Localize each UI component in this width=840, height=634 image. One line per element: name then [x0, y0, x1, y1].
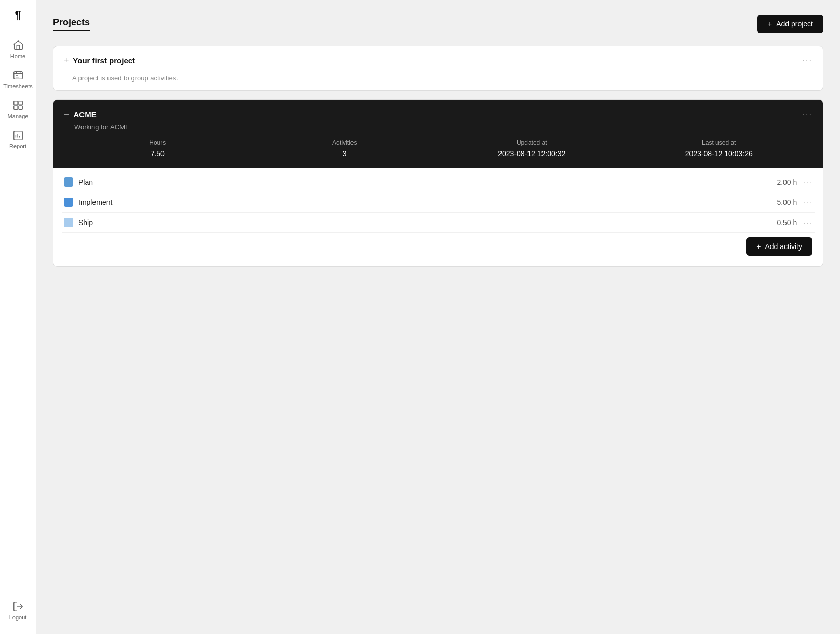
add-activity-plus-icon: + — [756, 242, 761, 251]
acme-stats: Hours 7.50 Activities 3 Updated at 2023-… — [64, 139, 812, 158]
acme-stat-updated: Updated at 2023-08-12 12:00:32 — [438, 139, 626, 158]
main-content: Projects + Add project + Your first proj… — [36, 0, 840, 634]
add-activity-row: + Add activity — [62, 233, 815, 258]
first-project-menu[interactable]: ··· — [803, 56, 812, 65]
acme-activities-value: 3 — [251, 149, 439, 158]
acme-header-left: − ACME — [64, 109, 97, 120]
timesheets-icon — [12, 70, 24, 81]
first-project-header: + Your first project ··· — [53, 46, 823, 74]
activity-right-implement: 5.00 h ··· — [777, 198, 812, 206]
sidebar-item-logout-label: Logout — [9, 614, 27, 621]
acme-hours-value: 7.50 — [64, 149, 251, 158]
acme-stat-activities: Activities 3 — [251, 139, 439, 158]
page-header: Projects + Add project — [53, 15, 823, 33]
activity-color-implement — [64, 198, 73, 207]
page-title: Projects — [53, 17, 90, 31]
activity-right-plan: 2.00 h ··· — [777, 178, 812, 186]
acme-stat-hours: Hours 7.50 — [64, 139, 251, 158]
activity-menu-implement[interactable]: ··· — [803, 198, 812, 206]
sidebar-item-manage[interactable]: Manage — [0, 94, 36, 125]
sidebar-item-home[interactable]: Home — [0, 34, 36, 64]
sidebar-item-report-label: Report — [9, 143, 26, 149]
svg-rect-2 — [18, 101, 22, 105]
acme-project-name: ACME — [74, 110, 97, 119]
svg-rect-3 — [13, 106, 17, 109]
activity-row-plan: Plan 2.00 h ··· — [62, 172, 815, 192]
activity-hours-implement: 5.00 h — [777, 198, 797, 206]
report-icon — [12, 130, 24, 141]
add-project-plus-icon: + — [768, 20, 772, 28]
acme-header: − ACME ··· Working for ACME Hours 7.50 A… — [53, 100, 823, 168]
acme-subtitle: Working for ACME — [74, 123, 812, 131]
collapse-icon[interactable]: − — [64, 109, 70, 120]
add-activity-button[interactable]: + Add activity — [746, 237, 812, 256]
sidebar-item-home-label: Home — [10, 53, 25, 59]
acme-stat-last-used: Last used at 2023-08-12 10:03:26 — [626, 139, 813, 158]
acme-last-used-label: Last used at — [626, 139, 813, 146]
first-project-card: + Your first project ··· A project is us… — [53, 46, 823, 91]
first-project-name: Your first project — [73, 56, 135, 65]
acme-last-used-value: 2023-08-12 10:03:26 — [626, 149, 813, 158]
acme-updated-label: Updated at — [438, 139, 626, 146]
acme-activities-label: Activities — [251, 139, 439, 146]
logout-icon — [12, 601, 24, 612]
sidebar-item-report[interactable]: Report — [0, 125, 36, 155]
acme-project-card: − ACME ··· Working for ACME Hours 7.50 A… — [53, 99, 823, 267]
activity-name-ship: Ship — [78, 218, 93, 227]
activity-name-plan: Plan — [78, 178, 93, 186]
home-icon — [12, 39, 24, 51]
first-project-description: A project is used to group activities. — [53, 74, 823, 90]
app-logo: ¶ — [15, 8, 21, 22]
add-activity-label: Add activity — [765, 242, 802, 251]
activity-right-ship: 0.50 h ··· — [777, 218, 812, 227]
activity-row-ship: Ship 0.50 h ··· — [62, 213, 815, 233]
activities-list: Plan 2.00 h ··· Implement 5.00 h ··· — [53, 168, 823, 266]
add-project-label: Add project — [776, 20, 813, 28]
activity-color-plan — [64, 177, 73, 187]
sidebar-item-logout[interactable]: Logout — [0, 596, 36, 626]
activity-left-ship: Ship — [64, 218, 93, 227]
sidebar-item-timesheets-label: Timesheets — [3, 83, 32, 89]
sidebar: ¶ Home Timesheets Manage Report — [0, 0, 36, 634]
first-project-header-left: + Your first project — [64, 56, 135, 65]
activity-row-implement: Implement 5.00 h ··· — [62, 192, 815, 213]
acme-project-menu[interactable]: ··· — [803, 110, 812, 119]
activity-left-plan: Plan — [64, 177, 93, 187]
manage-icon — [12, 100, 24, 111]
activity-hours-plan: 2.00 h — [777, 178, 797, 186]
activity-color-ship — [64, 218, 73, 227]
svg-rect-0 — [13, 72, 22, 79]
activity-menu-ship[interactable]: ··· — [803, 218, 812, 227]
activity-left-implement: Implement — [64, 198, 112, 207]
add-project-button[interactable]: + Add project — [757, 15, 823, 33]
acme-updated-value: 2023-08-12 12:00:32 — [438, 149, 626, 158]
svg-rect-4 — [18, 106, 22, 109]
activity-menu-plan[interactable]: ··· — [803, 178, 812, 186]
sidebar-item-manage-label: Manage — [8, 113, 29, 119]
sidebar-item-timesheets[interactable]: Timesheets — [0, 64, 36, 94]
svg-rect-5 — [13, 131, 22, 140]
acme-hours-label: Hours — [64, 139, 251, 146]
activity-hours-ship: 0.50 h — [777, 218, 797, 227]
svg-rect-1 — [13, 101, 17, 105]
activity-name-implement: Implement — [78, 198, 112, 206]
expand-icon[interactable]: + — [64, 56, 69, 65]
acme-header-row: − ACME ··· — [64, 109, 812, 120]
